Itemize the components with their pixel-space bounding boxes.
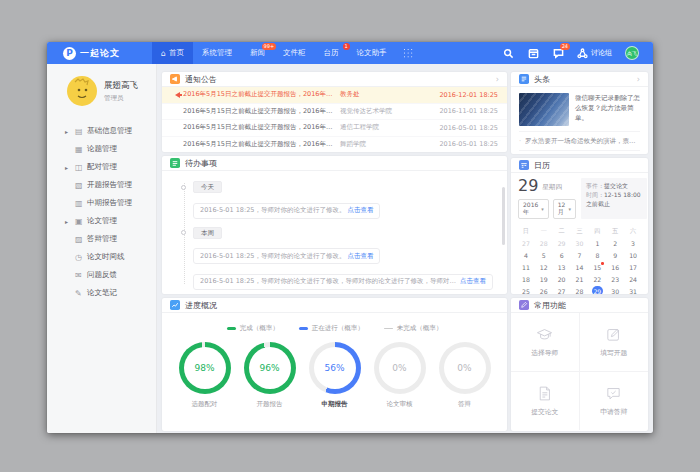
calendar-day[interactable]: 4 [517, 249, 535, 261]
panel-title: 待办事项 [185, 158, 217, 169]
calendar-day[interactable]: 27 [553, 285, 571, 294]
notice-row[interactable]: 2016年5月15日之前截止提交开题报告，2016年5月15日 ... 视觉传达… [162, 104, 507, 121]
calendar-day[interactable]: 10 [624, 249, 642, 261]
message-icon[interactable]: 24 [552, 47, 564, 59]
calendar-day[interactable]: 27 [517, 237, 535, 249]
user-avatar [67, 76, 97, 106]
sidebar-item-pairing[interactable]: 配对管理 [47, 158, 156, 176]
calendar-day[interactable]: 26 [535, 285, 553, 294]
calendar-day[interactable]: 24 [624, 273, 642, 285]
calendar-day[interactable]: 23 [606, 273, 624, 285]
quick-functions-panel: 常用功能 选择导师 填写开题 提交论文 申请答辩 [511, 298, 648, 431]
calendar-day[interactable]: 16 [606, 261, 624, 273]
calendar-day[interactable]: 12 [535, 261, 553, 273]
megaphone-icon [171, 91, 183, 99]
nav-item-files[interactable]: 文件柜 [274, 42, 315, 64]
quick-apply-defense[interactable]: 申请答辩 [580, 372, 649, 430]
sidebar-menu: 基础信息管理 论题管理 配对管理 开题报告管理 [47, 122, 156, 302]
view-link[interactable]: 点击查看 [460, 277, 486, 286]
calendar-day[interactable]: 19 [535, 273, 553, 285]
calendar-day[interactable]: 15 [588, 261, 606, 273]
nav-item-system[interactable]: 系统管理 [193, 42, 241, 64]
headline-item[interactable]: 罗永浩要开一场命运攸关的演讲，票价只要十 .. [519, 131, 640, 150]
calendar-day[interactable]: 18 [517, 273, 535, 285]
view-link[interactable]: 点击查看 [347, 206, 373, 215]
calendar-day[interactable]: 28 [535, 237, 553, 249]
legend-marker [227, 327, 236, 331]
apps-grid-icon[interactable] [404, 49, 413, 58]
sidebar-item-midterm-report[interactable]: 中期报告管理 [47, 194, 156, 212]
calendar-day[interactable]: 22 [588, 273, 606, 285]
sidebar-item-feedback[interactable]: 问题反馈 [47, 266, 156, 284]
discussion-group-button[interactable]: 讨论组 [577, 48, 612, 59]
notices-more-link[interactable] [496, 75, 499, 84]
calendar-day[interactable]: 9 [606, 249, 624, 261]
view-link[interactable]: 点击查看 [347, 252, 373, 261]
scrollbar-thumb[interactable] [502, 187, 505, 245]
sidebar-item-notes[interactable]: 论文笔记 [47, 284, 156, 302]
calendar-day[interactable]: 29 [588, 285, 606, 294]
panel-title: 头条 [534, 74, 550, 85]
calendar-day[interactable]: 28 [571, 285, 589, 294]
featured-headline[interactable]: 微信聊天记录删除了怎么恢复？此方法最简单。 [511, 87, 648, 131]
schedule-icon[interactable] [527, 47, 539, 59]
calendar-day[interactable]: 30 [571, 237, 589, 249]
year-select[interactable]: 2016年 [518, 199, 549, 219]
todo-group-tag: 本周 [193, 227, 222, 239]
donut-label: 选题配对 [192, 400, 218, 409]
calendar-day[interactable]: 2 [606, 237, 624, 249]
todo-item[interactable]: 2016-5-01 18:25，导师对你的论文进行了修改。 点击查看 [193, 248, 380, 264]
sidebar-item-timeline[interactable]: 论文时间线 [47, 248, 156, 266]
calendar-day[interactable]: 11 [517, 261, 535, 273]
legend-marker [299, 327, 308, 331]
nav-item-news[interactable]: 新闻 99+ [241, 42, 274, 64]
user-avatar-small[interactable]: 高飞 [625, 46, 639, 60]
notice-row[interactable]: 2016年5月15日之前截止提交开题报告，2016年5月15日 ... 舞蹈学院… [162, 137, 507, 153]
nav-item-home[interactable]: 首页 [152, 42, 193, 64]
quick-submit-thesis[interactable]: 提交论文 [511, 372, 580, 430]
calendar-day[interactable]: 25 [517, 285, 535, 294]
calendar-day[interactable]: 30 [606, 285, 624, 294]
nav-item-calendar[interactable]: 台历 1 [315, 42, 348, 64]
panel-title: 进度概况 [185, 300, 217, 311]
calendar-day[interactable]: 29 [553, 237, 571, 249]
calendar-day[interactable]: 31 [624, 285, 642, 294]
calendar-day[interactable]: 20 [553, 273, 571, 285]
sidebar-item-topics[interactable]: 论题管理 [47, 140, 156, 158]
calendar-day[interactable]: 7 [571, 249, 589, 261]
sidebar-item-proposal-report[interactable]: 开题报告管理 [47, 176, 156, 194]
pairing-icon [75, 163, 87, 172]
user-card[interactable]: 展翅高飞 管理员 [47, 64, 156, 118]
calendar-weekday-header: 日 [517, 225, 535, 237]
timeline-dot [181, 185, 186, 190]
calendar-big-day: 29 [518, 178, 538, 194]
calendar-day[interactable]: 13 [553, 261, 571, 273]
nav-item-assistant[interactable]: 论文助手 [348, 42, 396, 64]
sidebar-item-basic-info[interactable]: 基础信息管理 [47, 122, 156, 140]
quick-choose-advisor[interactable]: 选择导师 [511, 313, 580, 372]
todo-item[interactable]: 2016-5-01 18:25，导师对你的论文进行了修改，导师对你的论文进行了修… [193, 274, 493, 290]
quick-fill-proposal[interactable]: 填写开题 [580, 313, 649, 372]
calendar-day[interactable]: 1 [588, 237, 606, 249]
calendar-weekday-label: 星期四 [542, 183, 562, 194]
todo-item[interactable]: 2016-5-01 18:25，导师对你的论文进行了修改。 点击查看 [193, 203, 380, 219]
month-select[interactable]: 12月 [553, 199, 576, 219]
headline-item[interactable]: 罗永浩要开一场命运攸关的演讲，票价只要十 .. [519, 150, 640, 154]
notice-row[interactable]: 2016年5月15日之前截止提交开题报告，2016年5月15日 ... 通信工程… [162, 120, 507, 137]
home-icon [161, 49, 166, 58]
clock-icon [75, 253, 87, 262]
sidebar-item-thesis[interactable]: 论文管理 [47, 212, 156, 230]
calendar-day[interactable]: 17 [624, 261, 642, 273]
sidebar-item-defense[interactable]: 答辩管理 [47, 230, 156, 248]
midterm-icon [75, 199, 87, 208]
app-logo[interactable]: P 一起论文 [47, 47, 130, 60]
search-icon[interactable] [502, 47, 514, 59]
calendar-day[interactable]: 3 [624, 237, 642, 249]
calendar-day[interactable]: 14 [571, 261, 589, 273]
calendar-day[interactable]: 8 [588, 249, 606, 261]
calendar-day[interactable]: 21 [571, 273, 589, 285]
notice-row[interactable]: 2016年5月15日之前截止提交开题报告，2016年5月15日 ... 教务处 … [162, 87, 507, 104]
headlines-more-link[interactable] [637, 75, 640, 84]
calendar-day[interactable]: 5 [535, 249, 553, 261]
calendar-day[interactable]: 6 [553, 249, 571, 261]
